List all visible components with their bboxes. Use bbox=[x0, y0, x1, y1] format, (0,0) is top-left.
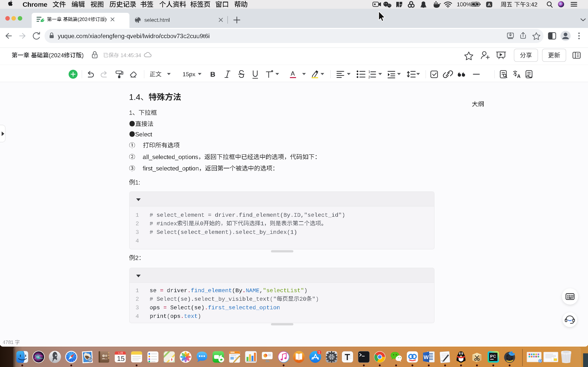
svg-text:1: 1 bbox=[318, 351, 320, 354]
svg-text:2: 2 bbox=[368, 75, 370, 79]
svg-text:W: W bbox=[424, 354, 429, 360]
svg-text:A: A bbox=[488, 2, 491, 7]
svg-text:1: 1 bbox=[368, 70, 370, 74]
